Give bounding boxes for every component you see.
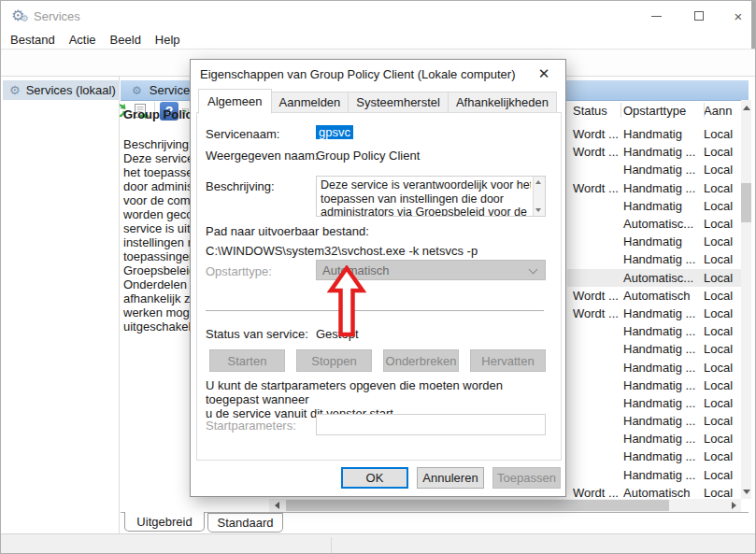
ok-button[interactable]: OK	[341, 467, 408, 489]
triangle-down-icon	[743, 490, 750, 494]
startparams-help-line: U kunt de startparameters opgeven die mo…	[206, 378, 555, 406]
menu-item-bestand[interactable]: Bestand	[8, 33, 57, 47]
service-startuptype: Handmatig ...	[623, 414, 704, 428]
startparams-input[interactable]	[316, 414, 546, 435]
column-divider[interactable]	[704, 103, 705, 118]
description-label: Beschrijving:	[206, 179, 275, 193]
startparams-label: Startparameters:	[206, 419, 296, 433]
service-row[interactable]: Handmatig Local	[567, 197, 741, 215]
service-startuptype: Automatisch	[623, 289, 704, 303]
tab-algemeen[interactable]: Algemeen	[198, 89, 272, 114]
service-row[interactable]: Wordt ... Handmatig ... Local	[567, 143, 741, 161]
service-row[interactable]: Automatisc... Local	[567, 215, 741, 233]
window-title: Services	[34, 9, 80, 23]
menu-item-help[interactable]: Help	[153, 33, 182, 47]
scroll-up-button[interactable]	[741, 100, 751, 115]
service-name-label: Servicenaam:	[206, 127, 279, 141]
service-row[interactable]: Wordt ... Handmatig ... Local	[567, 179, 741, 197]
service-startuptype: Handmatig ...	[623, 145, 704, 159]
minimize-button[interactable]	[635, 1, 678, 31]
service-logonas: Local	[704, 468, 741, 482]
service-row[interactable]: Wordt ... Automatisch Local	[567, 287, 741, 305]
service-row[interactable]: Automatisc... Local	[567, 269, 741, 287]
divider	[206, 310, 544, 311]
horizontal-scrollbar[interactable]	[269, 499, 741, 512]
service-row[interactable]: Handmatig Local	[567, 233, 741, 250]
service-row[interactable]: Handmatig ... Local	[567, 340, 741, 358]
service-row[interactable]: Handmatig ... Local	[567, 250, 741, 268]
service-row[interactable]: Handmatig ... Local	[567, 322, 741, 340]
service-logonas: Local	[704, 199, 741, 213]
service-startuptype: Handmatig ...	[623, 163, 704, 177]
service-row[interactable]: Handmatig ... Local	[567, 412, 741, 430]
service-row[interactable]: Handmatig ... Local	[567, 161, 741, 178]
service-row[interactable]: Handmatig ... Local	[567, 376, 741, 394]
scroll-right-button[interactable]	[726, 499, 741, 512]
service-row[interactable]: Wordt ... Handmatig ... Local	[567, 305, 741, 322]
service-logonas: Local	[704, 163, 741, 177]
column-divider[interactable]	[620, 103, 621, 118]
tab-systeemherstel[interactable]: Systeemherstel	[348, 92, 449, 114]
triangle-up-icon[interactable]	[535, 180, 541, 184]
maximize-icon	[694, 11, 704, 21]
service-row[interactable]: Handmatig ... Local	[567, 394, 741, 412]
description-scrollbar[interactable]	[533, 177, 545, 216]
tab-aanmelden[interactable]: Aanmelden	[271, 92, 349, 114]
tree-item-services-lokaal[interactable]: ⚙ Services (lokaal)	[3, 80, 119, 100]
column-header-status[interactable]: Status	[567, 104, 623, 118]
close-button[interactable]: ×	[717, 1, 756, 31]
description-box[interactable]: Deze service is verantwoordelijk voor he…	[316, 176, 546, 217]
service-startuptype: Handmatig ...	[623, 306, 704, 320]
maximize-button[interactable]	[678, 1, 720, 31]
service-row[interactable]: Handmatig ... Local	[567, 447, 741, 465]
cancel-button[interactable]: Annuleren	[417, 467, 484, 489]
horizontal-scrollbar-thumb[interactable]	[286, 500, 669, 511]
stop-button[interactable]: Stoppen	[296, 349, 372, 372]
column-header-opstarttype[interactable]: Opstarttype	[623, 104, 704, 118]
service-logonas: Local	[704, 181, 741, 195]
resume-button[interactable]: Hervatten	[470, 349, 546, 372]
service-logonas: Local	[704, 361, 741, 375]
service-startuptype: Automatisc...	[623, 271, 704, 285]
dialog-close-button[interactable]: ✕	[522, 60, 565, 87]
dialog-title: Eigenschappen van Group Policy Client (L…	[200, 67, 515, 81]
vertical-scrollbar-thumb[interactable]	[741, 183, 751, 222]
menu-item-beeld[interactable]: Beeld	[108, 33, 143, 47]
column-header-aanmelden[interactable]: Aann	[704, 104, 741, 118]
menu-bar: Bestand Actie Beeld Help	[1, 31, 756, 49]
service-row[interactable]: Handmatig ... Local	[567, 430, 741, 447]
service-startuptype: Handmatig ...	[623, 449, 704, 463]
view-tab-standaard[interactable]: Standaard	[207, 513, 283, 533]
view-tab-uitgebreid[interactable]: Uitgebreid	[124, 512, 205, 532]
path-value: C:\WINDOWS\system32\svchost.exe -k netsv…	[206, 244, 478, 258]
menu-item-actie[interactable]: Actie	[67, 33, 98, 47]
service-logonas: Local	[704, 414, 741, 428]
service-status: Wordt ...	[567, 181, 623, 195]
chevron-down-icon	[529, 265, 538, 275]
triangle-right-icon	[732, 502, 736, 509]
scroll-left-button[interactable]	[269, 499, 284, 512]
service-startuptype: Handmatig ...	[623, 324, 704, 338]
triangle-down-icon[interactable]	[535, 208, 541, 212]
scroll-down-button[interactable]	[741, 484, 751, 499]
service-name-value[interactable]: gpsvc	[316, 125, 353, 139]
start-button[interactable]: Starten	[209, 349, 285, 372]
service-startuptype: Handmatig ...	[623, 361, 704, 375]
service-logonas: Local	[704, 306, 741, 320]
status-bar-divider	[331, 537, 332, 553]
service-row[interactable]: Handmatig ... Local	[567, 358, 741, 376]
service-startuptype: Handmatig ...	[623, 181, 704, 195]
service-row[interactable]: Wordt ... Automatisch Local	[567, 484, 741, 499]
services-gear-icon: ⚙	[9, 83, 21, 97]
service-row[interactable]: Handmatig ... Local	[567, 466, 741, 484]
pause-button[interactable]: Onderbreken	[383, 349, 459, 372]
service-startuptype: Handmatig	[623, 199, 704, 213]
service-status: Wordt ...	[567, 486, 623, 499]
tab-afhankelijkheden[interactable]: Afhankelijkheden	[448, 92, 557, 114]
service-logonas: Local	[704, 234, 741, 249]
apply-button[interactable]: Toepassen	[492, 467, 561, 489]
vertical-scrollbar[interactable]	[741, 100, 751, 499]
service-logonas: Local	[704, 432, 741, 446]
triangle-up-icon	[743, 106, 750, 110]
service-row[interactable]: Wordt ... Handmatig Local	[567, 125, 741, 143]
